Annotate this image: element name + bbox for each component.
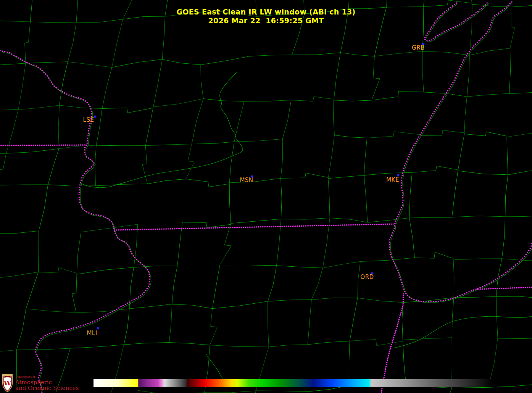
- river-lines: [79, 72, 532, 387]
- station-dot-mli: [97, 327, 99, 329]
- station-label-ord: ORD: [360, 274, 374, 280]
- svg-text:W: W: [3, 379, 11, 387]
- county-boundaries: [0, 0, 532, 393]
- station-label-grb: GRB: [412, 44, 425, 51]
- state-border-dotted-lines: [0, 2, 532, 393]
- ir-enhancement-colorbar: [94, 379, 492, 387]
- satellite-map: [0, 0, 532, 393]
- station-label-mke: MKE: [386, 176, 399, 183]
- uw-crest-icon: W: [2, 374, 13, 392]
- logo-text: Department of Atmospheric and Oceanic Sc…: [15, 376, 79, 392]
- station-label-lse: LSE: [83, 116, 94, 123]
- goes-satellite-viewer: GOES East Clean IR LW window (ABI ch 13)…: [0, 0, 532, 393]
- uw-aos-logo: W Department of Atmospheric and Oceanic …: [2, 374, 79, 392]
- logo-dept-line: Department of: [15, 376, 79, 379]
- logo-line2: and Oceanic Sciences: [15, 385, 79, 391]
- station-label-mli: MLI: [87, 330, 97, 337]
- station-dot-lse: [94, 116, 96, 118]
- lake-shoreline-lines: [1, 3, 532, 393]
- station-label-msn: MSN: [240, 177, 253, 184]
